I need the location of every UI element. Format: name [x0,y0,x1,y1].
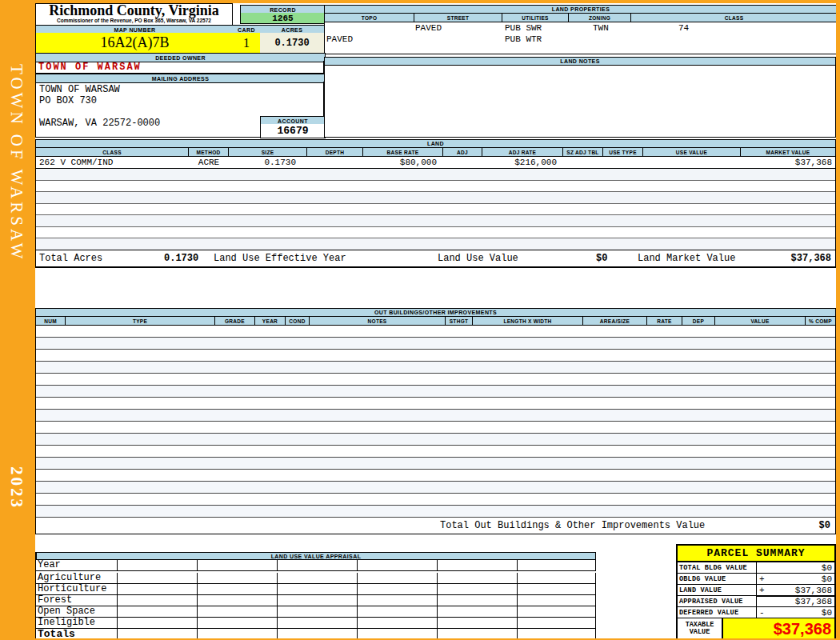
sidebar-year-label: 2023 [6,466,26,538]
col-dep: DEP [682,317,715,325]
use-value-label: Land Use Value [438,253,518,264]
row-label: Open Space [36,606,118,618]
land-class-cell: 262 V COMM/IND [36,158,189,167]
card-value: 1 [233,33,261,54]
outbuildings-total-label: Total Out Buildings & Other Improvements… [440,520,705,531]
summary-row-deferred: DEFERRED VALUE - $0 [678,607,834,618]
col-area-size: AREA/SIZE [583,317,647,325]
summary-label: APPRAISED VALUE [678,596,757,606]
acres-value: 0.1730 [260,33,325,54]
land-use-row-forest: Forest [36,595,596,606]
land-table-title: LAND [36,139,835,148]
account-value: 16679 [260,124,326,138]
col-market-value: MARKET VALUE [741,148,835,156]
land-properties-headers: TOPO STREET UTILITIES ZONING CLASS [325,14,836,22]
summary-value: $37,368 [795,586,832,595]
market-value: $37,368 [791,253,831,264]
parcel-summary-title: PARCEL SUMMARY [678,546,834,562]
col-depth: DEPTH [307,148,363,156]
summary-row-appraised: APPRAISED VALUE $37,368 [678,596,834,607]
col-method: METHOD [189,148,229,156]
land-empty-rows [36,169,835,250]
col-value: VALUE [715,317,806,325]
street-value: PAVED [415,23,442,33]
row-label: Agriculture [36,573,118,584]
summary-value: $37,368 [795,597,832,606]
col-utilities: UTILITIES [502,14,569,22]
market-value-label: Land Market Value [638,253,735,264]
col-sz-adj-tbl: SZ ADJ TBL [563,148,603,156]
col-use-value: USE VALUE [643,148,741,156]
summary-row-total-bldg: TOTAL BLDG VALUE $0 [678,562,834,574]
land-adj-rate-cell: $216,000 [482,158,563,167]
row-label: Year [36,560,118,571]
class-value: 74 [678,23,689,33]
land-notes-panel: LAND NOTES [324,57,836,138]
summary-row-obldg: OBLDG VALUE + $0 [678,574,834,585]
col-rate: RATE [647,317,682,325]
col-grade: GRADE [215,317,255,325]
summary-row-land-value: LAND VALUE + $37,368 [678,585,834,596]
row-label: Totals [36,629,118,638]
summary-label: TOTAL BLDG VALUE [678,562,757,573]
land-use-row-ineligible: Ineligible [36,618,596,629]
topo-value: PAVED [326,34,353,44]
summary-value: $0 [822,608,832,618]
col-topo: TOPO [325,14,414,22]
land-use-row-open-space: Open Space [36,606,596,618]
col-land-class: CLASS [36,148,189,156]
taxable-label: TAXABLE VALUE [678,618,723,638]
summary-label: OBLDG VALUE [678,574,757,584]
col-base-rate: BASE RATE [363,148,443,156]
col-zoning: ZONING [569,14,631,22]
row-label: Ineligible [36,618,118,629]
total-acres-value: 0.1730 [164,253,198,264]
outbuildings-table: OUT BUILDINGS/OTHER IMPROVEMENTS NUM TYP… [35,308,836,534]
row-label: Forest [36,595,118,606]
land-market-value-cell: $37,368 [741,158,835,167]
land-size-cell: 0.1730 [229,158,307,167]
col-adj-rate: ADJ RATE [482,148,563,156]
outbuildings-empty-rows [36,326,835,518]
map-number-value: 16A2(A)7B [35,33,234,54]
row-label: Horticulture [36,584,118,595]
land-notes-title: LAND NOTES [325,58,835,66]
land-use-row-horticulture: Horticulture [36,584,596,595]
col-class: CLASS [631,14,836,22]
record-value: 1265 [240,13,326,24]
land-properties-panel: LAND PROPERTIES TOPO STREET UTILITIES ZO… [324,5,836,54]
taxable-value: $37,368 [723,618,834,638]
summary-label: LAND VALUE [678,585,757,595]
summary-op: + [759,586,765,595]
property-record-card: TOWN OF WARSAW 2023 Richmond County, Vir… [0,0,840,640]
land-data-row: 262 V COMM/IND ACRE 0.1730 $80,000 $216,… [36,157,835,169]
outbuildings-total-value: $0 [819,520,830,531]
land-use-row-totals: Totals [36,629,596,638]
outbuildings-headers: NUM TYPE GRADE YEAR COND NOTES STHGT LEN… [36,317,835,326]
land-table-headers: CLASS METHOD SIZE DEPTH BASE RATE ADJ AD… [36,148,835,157]
land-use-row-year: Year [36,560,596,571]
col-street: STREET [414,14,502,22]
land-use-appraisal-title: LAND USE VALUE APPRAISAL [36,552,596,560]
use-value: $0 [596,253,607,264]
sidebar-town-label: TOWN OF WARSAW [6,64,26,336]
county-title: Richmond County, Virginia [36,4,232,18]
card-content: Richmond County, Virginia Commissioner o… [35,3,836,638]
summary-op: + [759,574,765,584]
land-use-row-agriculture: Agriculture [36,573,596,584]
land-properties-values: PAVED PUB SWR TWN 74 PAVED PUB WTR [325,22,836,53]
summary-op: - [759,608,765,618]
zoning-value: TWN [593,23,609,33]
summary-row-taxable: TAXABLE VALUE $37,368 [678,618,834,638]
land-use-appraisal-table: LAND USE VALUE APPRAISAL Year Agricultur… [35,552,596,638]
col-year: YEAR [255,317,286,325]
mailing-line: PO BOX 730 [39,95,323,106]
land-properties-title: LAND PROPERTIES [325,6,836,14]
col-sthgt: STHGT [446,317,473,325]
utilities-value-1: PUB SWR [505,23,542,33]
land-totals-row: Total Acres 0.1730 Land Use Effective Ye… [36,250,835,268]
land-method-cell: ACRE [189,158,229,167]
total-acres-label: Total Acres [39,253,102,264]
effective-year-label: Land Use Effective Year [214,253,346,264]
col-notes: NOTES [310,317,446,325]
